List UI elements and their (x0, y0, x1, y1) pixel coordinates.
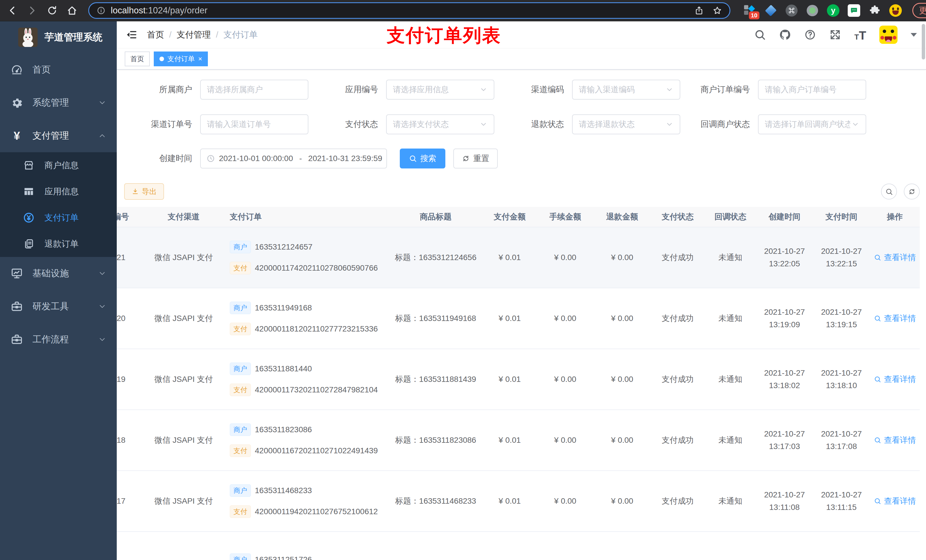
chevron-down-icon (98, 302, 106, 311)
chevron-down-icon (98, 269, 106, 278)
cell-notify-status: 未通知 (705, 496, 756, 507)
back-icon[interactable] (7, 5, 18, 16)
view-detail-link[interactable]: 查看详情 (870, 496, 920, 507)
column-header: 支付金额 (483, 211, 537, 222)
close-icon[interactable]: × (198, 56, 202, 62)
pay-tag: 支付 (230, 323, 251, 335)
table-toolbar: 导出 (124, 183, 920, 200)
github-icon[interactable] (779, 29, 791, 41)
home-icon[interactable] (67, 5, 77, 16)
view-detail-link[interactable]: 查看详情 (870, 374, 920, 385)
y-ext-icon[interactable]: y (827, 4, 840, 17)
cell-pay-order: 商户1635311881440支付42000011732021102728479… (226, 362, 389, 397)
merchant-order-no-input[interactable] (765, 85, 859, 94)
breadcrumb-home[interactable]: 首页 (147, 29, 164, 41)
search-icon (885, 188, 893, 195)
tab-home[interactable]: 首页 (125, 51, 150, 66)
sidebar-item-研发工具[interactable]: 研发工具 (0, 290, 117, 323)
info-icon[interactable] (97, 6, 106, 15)
show-search-toggle-button[interactable] (881, 184, 897, 199)
sidebar-item-退款订单[interactable]: 退款订单 (0, 231, 117, 257)
bookmark-star-icon[interactable] (713, 6, 722, 15)
refresh-icon (908, 188, 916, 195)
cell-pay-status: 支付成功 (651, 435, 705, 445)
view-detail-link[interactable]: 查看详情 (870, 252, 920, 263)
url-bar[interactable]: localhost:1024/pay/order (88, 2, 730, 19)
merchant-select[interactable] (200, 80, 309, 100)
search-icon[interactable] (754, 29, 766, 41)
gear-icon (10, 96, 23, 109)
annotation-title: 支付订单列表 (387, 23, 501, 48)
view-detail-link[interactable]: 查看详情 (870, 435, 920, 445)
sidebar-item-label: 支付订单 (44, 212, 79, 223)
record-ext-icon[interactable] (806, 4, 819, 17)
forward-icon[interactable] (27, 5, 38, 16)
filter-row-1: 所属商户 应用编号 渠道编码 (117, 80, 926, 100)
merchant-input[interactable] (207, 85, 301, 94)
search-button[interactable]: 搜索 (400, 148, 445, 169)
avatar[interactable] (879, 26, 897, 44)
app-input[interactable] (393, 85, 478, 94)
cell-amount: ¥ 0.01 (483, 497, 537, 506)
sidebar-item-基础设施[interactable]: 基础设施 (0, 257, 117, 290)
notify-status-select[interactable] (758, 115, 866, 134)
chevron-down-icon[interactable] (911, 33, 917, 37)
chat-ext-icon[interactable] (847, 4, 861, 17)
sidebar-item-应用信息[interactable]: 应用信息 (0, 178, 117, 205)
kite-ext-icon[interactable] (764, 4, 777, 17)
cell-channel: 微信 JSAPI 支付 (141, 313, 226, 324)
merchant-tag: 商户 (230, 423, 251, 436)
puzzle-icon[interactable] (868, 4, 881, 17)
cell-channel: 微信 JSAPI 支付 (141, 496, 226, 507)
merchant-order-no-field[interactable] (758, 80, 866, 100)
channel-order-no-input[interactable] (207, 120, 301, 129)
sidebar-item-label: 工作流程 (32, 333, 69, 346)
fullscreen-icon[interactable] (829, 29, 841, 41)
cell-title: 标题：1635311949168 (389, 313, 483, 324)
sidebar-item-商户信息[interactable]: 商户信息 (0, 152, 117, 178)
sidebar-item-工作流程[interactable]: 工作流程 (0, 323, 117, 356)
font-size-icon[interactable]: TT (854, 29, 866, 41)
command-ext-icon[interactable] (785, 4, 798, 17)
breadcrumb-pay[interactable]: 支付管理 (177, 29, 211, 41)
notify-status-input[interactable] (765, 120, 850, 129)
export-button[interactable]: 导出 (124, 183, 164, 200)
app-logo-row[interactable]: 芋道管理系统 (0, 21, 117, 53)
reload-icon[interactable] (47, 5, 57, 16)
refund-status-select[interactable] (572, 115, 680, 134)
download-icon (132, 188, 139, 195)
app-select[interactable] (386, 80, 494, 100)
profile-emoji-icon[interactable] (889, 4, 902, 17)
merchant-order-no: 1635312124657 (255, 242, 312, 252)
column-header: 回调状态 (705, 211, 756, 222)
tab-pay-order[interactable]: 支付订单 × (154, 51, 208, 66)
refresh-table-button[interactable] (904, 184, 920, 199)
reset-button[interactable]: 重置 (453, 148, 498, 169)
sidebar-item-系统管理[interactable]: 系统管理 (0, 86, 117, 119)
sidebar-item-首页[interactable]: 首页 (0, 53, 117, 86)
cell-id: 17 (117, 497, 141, 506)
view-detail-link[interactable]: 查看详情 (870, 313, 920, 324)
sidebar-item-支付订单[interactable]: 支付订单 (0, 205, 117, 231)
help-icon[interactable] (804, 29, 816, 41)
merchant-tag: 商户 (230, 484, 251, 497)
pay-status-input[interactable] (393, 120, 478, 129)
sidebar-item-支付管理[interactable]: ¥支付管理 (0, 119, 117, 152)
cell-refund: ¥ 0.00 (594, 497, 651, 506)
channel-order-no-field[interactable] (200, 115, 309, 134)
sidebar-fold-icon[interactable] (126, 29, 137, 41)
channel-code-input[interactable] (579, 85, 664, 94)
page-scrollbar[interactable] (922, 24, 925, 59)
sidekick-ext-icon[interactable]: 10 (743, 4, 757, 17)
cell-title: 标题：1635311823086 (389, 435, 483, 445)
table-row: 17微信 JSAPI 支付商户1635311468233支付4200001194… (117, 471, 920, 532)
order-no-line: 商户1635311881440 (230, 362, 389, 376)
pay-tag: 支付 (230, 444, 251, 457)
pay-status-select[interactable] (386, 115, 494, 134)
refund-status-input[interactable] (579, 120, 664, 129)
channel-code-select[interactable] (572, 80, 680, 100)
update-button[interactable]: 更新 (912, 3, 926, 18)
create-time-range-picker[interactable]: 2021-10-01 00:00:00 - 2021-10-31 23:59:5… (200, 148, 387, 169)
share-icon[interactable] (694, 6, 704, 15)
app-header: 首页 / 支付管理 / 支付订单 支付订单列表 TT (117, 21, 926, 48)
